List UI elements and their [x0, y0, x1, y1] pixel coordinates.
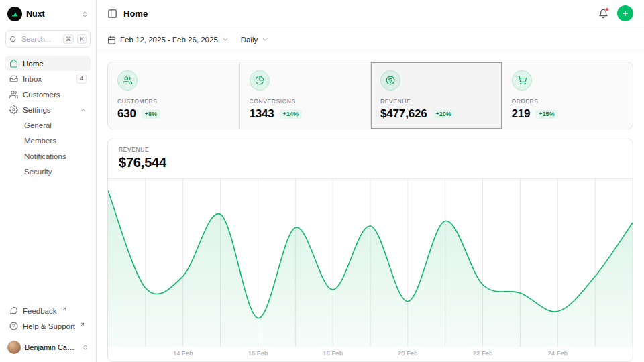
revenue-chart-card: REVENUE $76,544 14 Feb16 Feb18 Feb20 Feb… — [107, 139, 633, 362]
sidebar-item-members[interactable]: Members — [5, 133, 91, 148]
search-box[interactable]: ⌘ K — [5, 30, 91, 48]
x-axis-label: 20 Feb — [398, 349, 418, 357]
stat-value: 1343 — [250, 107, 274, 121]
sidebar-item-security[interactable]: Security — [5, 164, 91, 179]
x-axis-labels: 14 Feb16 Feb18 Feb20 Feb22 Feb24 Feb — [108, 347, 633, 361]
chart-pie-icon — [250, 70, 270, 90]
chevron-down-icon — [262, 36, 268, 43]
notifications-button[interactable] — [598, 9, 608, 19]
sidebar-item-customers[interactable]: Customers — [5, 86, 91, 102]
add-button[interactable] — [617, 5, 633, 21]
x-axis-label: 14 Feb — [173, 349, 193, 357]
stat-value: 219 — [512, 107, 531, 121]
page-header: Home — [97, 0, 644, 27]
stat-card-revenue[interactable]: REVENUE $477,626 +20% — [370, 62, 502, 129]
chevrons-up-down-icon — [81, 11, 89, 18]
sidebar-item-label: Security — [24, 168, 52, 176]
date-range-picker[interactable]: Feb 12, 2025 - Feb 26, 2025 — [107, 36, 229, 44]
sidebar-item-label: Settings — [23, 106, 51, 114]
users-icon — [9, 90, 18, 99]
x-axis-label: 16 Feb — [248, 349, 268, 357]
avatar — [7, 341, 21, 354]
sidebar: Nuxt ⌘ K Home Inbox 4 Customers — [0, 0, 97, 362]
message-icon — [9, 306, 18, 315]
date-range-value: Feb 12, 2025 - Feb 26, 2025 — [120, 36, 218, 44]
header-actions — [598, 5, 633, 21]
help-circle-icon — [9, 322, 18, 330]
chevron-down-icon — [222, 36, 229, 43]
search-icon — [9, 36, 17, 43]
sidebar-item-inbox[interactable]: Inbox 4 — [5, 71, 91, 86]
chart-metric-label: REVENUE — [119, 146, 622, 153]
stat-label: ORDERS — [512, 98, 624, 105]
external-link-icon — [62, 306, 67, 312]
sidebar-item-label: General — [24, 121, 52, 129]
app-window: Nuxt ⌘ K Home Inbox 4 Customers — [0, 0, 644, 362]
kbd-k: K — [77, 34, 87, 44]
sidebar-item-label: Members — [24, 137, 56, 145]
sidebar-item-general[interactable]: General — [5, 117, 91, 133]
home-icon — [9, 59, 18, 68]
calendar-icon — [107, 36, 116, 44]
feedback-link[interactable]: Feedback — [5, 303, 91, 318]
x-axis-label: 24 Feb — [547, 349, 568, 357]
granularity-select[interactable]: Daily — [241, 36, 269, 44]
sidebar-toggle-button[interactable] — [107, 9, 117, 19]
sidebar-item-notifications[interactable]: Notifications — [5, 148, 91, 164]
stat-label: CONVERSIONS — [250, 98, 362, 105]
stat-delta-badge: +20% — [433, 109, 455, 119]
stat-card-customers[interactable]: CUSTOMERS 630 +8% — [108, 62, 239, 129]
nuxt-logo-icon — [7, 7, 22, 21]
main-panel: Home Feb 12, 2025 - Feb 26, 2025 Daily — [97, 0, 644, 362]
help-support-label: Help & Support — [23, 322, 75, 330]
x-axis-label: 22 Feb — [473, 349, 493, 357]
inbox-count-badge: 4 — [76, 74, 87, 84]
sidebar-nav: Home Inbox 4 Customers Settings General … — [5, 56, 91, 179]
inbox-icon — [9, 74, 18, 83]
stat-delta-badge: +15% — [535, 109, 557, 119]
sidebar-item-settings[interactable]: Settings — [5, 102, 91, 117]
chevron-up-icon — [80, 107, 87, 113]
workspace-selector[interactable]: Nuxt — [5, 5, 91, 23]
notification-dot — [605, 7, 609, 11]
workspace-name: Nuxt — [26, 9, 45, 19]
revenue-chart-svg — [108, 179, 633, 347]
sidebar-item-label: Home — [23, 60, 44, 68]
cart-icon — [512, 70, 532, 90]
stat-card-orders[interactable]: ORDERS 219 +15% — [502, 62, 633, 129]
x-axis-label: 18 Feb — [323, 349, 343, 357]
revenue-chart-plot — [108, 179, 633, 347]
sidebar-item-label: Notifications — [24, 152, 66, 160]
kbd-meta: ⌘ — [63, 34, 74, 44]
sidebar-item-home[interactable]: Home — [5, 56, 91, 71]
stat-label: REVENUE — [380, 98, 492, 105]
page-title: Home — [123, 9, 148, 19]
dashboard-content: CUSTOMERS 630 +8% CONVERSIONS 1343 +14% — [97, 52, 644, 362]
stat-delta-badge: +14% — [280, 109, 302, 119]
stat-label: CUSTOMERS — [117, 98, 230, 105]
external-link-icon — [80, 322, 85, 327]
stats-grid: CUSTOMERS 630 +8% CONVERSIONS 1343 +14% — [107, 62, 633, 129]
stat-value: $477,626 — [380, 107, 427, 121]
chart-metric-value: $76,544 — [119, 155, 622, 170]
plus-icon — [621, 9, 629, 17]
panel-left-icon — [107, 9, 117, 19]
sidebar-item-label: Customers — [23, 90, 60, 99]
search-input[interactable] — [20, 34, 60, 44]
user-menu[interactable]: Benjamin Canac — [5, 338, 91, 357]
stat-value: 630 — [117, 107, 136, 121]
users-icon — [117, 70, 138, 90]
stat-card-conversions[interactable]: CONVERSIONS 1343 +14% — [239, 62, 371, 129]
feedback-label: Feedback — [23, 307, 57, 315]
gear-icon — [9, 105, 18, 114]
circle-dollar-icon — [380, 70, 400, 90]
help-support-link[interactable]: Help & Support — [5, 318, 91, 334]
chevrons-up-down-icon — [82, 344, 89, 351]
granularity-value: Daily — [241, 36, 258, 44]
sidebar-item-label: Inbox — [23, 75, 42, 83]
sidebar-footer: Feedback Help & Support Benjamin Canac — [5, 303, 91, 357]
settings-submenu: General Members Notifications Security — [5, 117, 91, 179]
stat-delta-badge: +8% — [142, 109, 160, 119]
filter-toolbar: Feb 12, 2025 - Feb 26, 2025 Daily — [97, 27, 644, 52]
user-name: Benjamin Canac — [25, 343, 78, 351]
